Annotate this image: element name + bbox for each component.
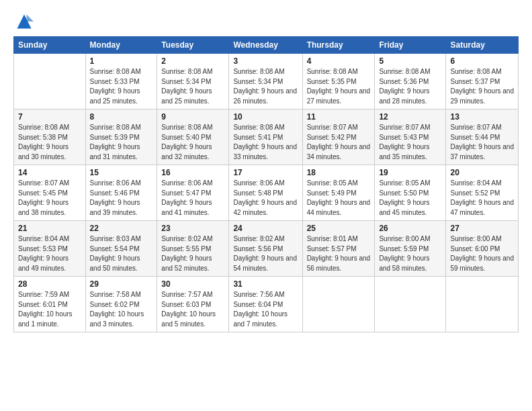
weekday-header-monday: Monday xyxy=(85,37,157,54)
day-info: Sunrise: 8:03 AMSunset: 5:54 PMDaylight:… xyxy=(90,234,153,273)
day-number: 7 xyxy=(18,112,81,122)
day-number: 9 xyxy=(161,112,224,122)
calendar-table: SundayMondayTuesdayWednesdayThursdayFrid… xyxy=(13,36,519,332)
calendar-cell: 7Sunrise: 8:08 AMSunset: 5:38 PMDaylight… xyxy=(14,109,86,165)
calendar-cell: 22Sunrise: 8:03 AMSunset: 5:54 PMDayligh… xyxy=(85,221,157,277)
calendar-cell: 24Sunrise: 8:02 AMSunset: 5:56 PMDayligh… xyxy=(229,221,302,277)
calendar-cell: 30Sunrise: 7:57 AMSunset: 6:03 PMDayligh… xyxy=(157,277,229,332)
day-info: Sunrise: 7:59 AMSunset: 6:01 PMDaylight:… xyxy=(18,290,81,329)
day-info: Sunrise: 8:08 AMSunset: 5:36 PMDaylight:… xyxy=(379,67,441,106)
day-number: 25 xyxy=(307,224,371,233)
calendar-cell: 14Sunrise: 8:07 AMSunset: 5:45 PMDayligh… xyxy=(14,165,86,221)
day-info: Sunrise: 8:08 AMSunset: 5:39 PMDaylight:… xyxy=(90,123,153,162)
day-info: Sunrise: 8:02 AMSunset: 5:56 PMDaylight:… xyxy=(233,234,298,273)
calendar-cell: 25Sunrise: 8:01 AMSunset: 5:57 PMDayligh… xyxy=(302,221,375,277)
day-number: 12 xyxy=(379,112,441,122)
day-number: 1 xyxy=(90,56,153,66)
calendar-cell: 18Sunrise: 8:05 AMSunset: 5:49 PMDayligh… xyxy=(302,165,375,221)
day-number: 22 xyxy=(90,224,153,233)
calendar-cell: 6Sunrise: 8:08 AMSunset: 5:37 PMDaylight… xyxy=(446,54,519,109)
calendar-cell: 9Sunrise: 8:08 AMSunset: 5:40 PMDaylight… xyxy=(157,109,229,165)
day-info: Sunrise: 7:56 AMSunset: 6:04 PMDaylight:… xyxy=(233,290,298,329)
day-info: Sunrise: 8:02 AMSunset: 5:55 PMDaylight:… xyxy=(161,234,224,273)
day-number: 30 xyxy=(161,279,224,289)
calendar-cell: 15Sunrise: 8:06 AMSunset: 5:46 PMDayligh… xyxy=(85,165,157,221)
calendar-cell: 17Sunrise: 8:06 AMSunset: 5:48 PMDayligh… xyxy=(229,165,302,221)
page: SundayMondayTuesdayWednesdayThursdayFrid… xyxy=(0,0,532,339)
calendar-cell: 26Sunrise: 8:00 AMSunset: 5:59 PMDayligh… xyxy=(375,221,446,277)
day-number: 2 xyxy=(161,56,224,66)
calendar-cell: 2Sunrise: 8:08 AMSunset: 5:34 PMDaylight… xyxy=(157,54,229,109)
calendar-cell: 3Sunrise: 8:08 AMSunset: 5:34 PMDaylight… xyxy=(229,54,302,109)
day-number: 28 xyxy=(18,279,81,289)
day-number: 31 xyxy=(233,279,298,289)
day-info: Sunrise: 8:05 AMSunset: 5:49 PMDaylight:… xyxy=(307,179,371,218)
day-number: 14 xyxy=(18,168,81,177)
weekday-header-friday: Friday xyxy=(375,37,446,54)
svg-marker-1 xyxy=(27,15,34,22)
week-row-2: 14Sunrise: 8:07 AMSunset: 5:45 PMDayligh… xyxy=(14,165,519,221)
day-info: Sunrise: 8:04 AMSunset: 5:52 PMDaylight:… xyxy=(450,179,514,218)
calendar-cell: 20Sunrise: 8:04 AMSunset: 5:52 PMDayligh… xyxy=(446,165,519,221)
day-number: 16 xyxy=(161,168,224,177)
day-info: Sunrise: 8:00 AMSunset: 5:59 PMDaylight:… xyxy=(379,234,441,273)
logo-icon xyxy=(15,12,34,31)
day-number: 27 xyxy=(450,224,514,233)
day-info: Sunrise: 8:08 AMSunset: 5:38 PMDaylight:… xyxy=(18,123,81,162)
day-number: 20 xyxy=(450,168,514,177)
weekday-header-sunday: Sunday xyxy=(14,37,86,54)
day-info: Sunrise: 8:07 AMSunset: 5:45 PMDaylight:… xyxy=(18,179,81,218)
day-number: 3 xyxy=(233,56,298,66)
calendar-cell: 16Sunrise: 8:06 AMSunset: 5:47 PMDayligh… xyxy=(157,165,229,221)
calendar-cell: 10Sunrise: 8:08 AMSunset: 5:41 PMDayligh… xyxy=(229,109,302,165)
calendar-cell xyxy=(446,277,519,332)
calendar-cell: 19Sunrise: 8:05 AMSunset: 5:50 PMDayligh… xyxy=(375,165,446,221)
calendar-cell: 28Sunrise: 7:59 AMSunset: 6:01 PMDayligh… xyxy=(14,277,86,332)
day-number: 21 xyxy=(18,224,81,233)
calendar-cell: 11Sunrise: 8:07 AMSunset: 5:42 PMDayligh… xyxy=(302,109,375,165)
day-info: Sunrise: 8:01 AMSunset: 5:57 PMDaylight:… xyxy=(307,234,371,273)
day-info: Sunrise: 7:58 AMSunset: 6:02 PMDaylight:… xyxy=(90,290,153,329)
day-number: 18 xyxy=(307,168,371,177)
logo xyxy=(13,12,34,34)
day-info: Sunrise: 8:08 AMSunset: 5:34 PMDaylight:… xyxy=(161,67,224,106)
day-info: Sunrise: 8:08 AMSunset: 5:40 PMDaylight:… xyxy=(161,123,224,162)
day-number: 24 xyxy=(233,224,298,233)
weekday-header-row: SundayMondayTuesdayWednesdayThursdayFrid… xyxy=(14,37,519,54)
day-number: 29 xyxy=(90,279,153,289)
week-row-4: 28Sunrise: 7:59 AMSunset: 6:01 PMDayligh… xyxy=(14,277,519,332)
day-number: 10 xyxy=(233,112,298,122)
calendar-cell: 13Sunrise: 8:07 AMSunset: 5:44 PMDayligh… xyxy=(446,109,519,165)
day-number: 8 xyxy=(90,112,153,122)
calendar-cell: 1Sunrise: 8:08 AMSunset: 5:33 PMDaylight… xyxy=(85,54,157,109)
calendar-cell: 4Sunrise: 8:08 AMSunset: 5:35 PMDaylight… xyxy=(302,54,375,109)
day-info: Sunrise: 8:07 AMSunset: 5:42 PMDaylight:… xyxy=(307,123,371,162)
day-info: Sunrise: 8:06 AMSunset: 5:47 PMDaylight:… xyxy=(161,179,224,218)
calendar-cell xyxy=(302,277,375,332)
calendar-cell: 21Sunrise: 8:04 AMSunset: 5:53 PMDayligh… xyxy=(14,221,86,277)
day-info: Sunrise: 8:06 AMSunset: 5:48 PMDaylight:… xyxy=(233,179,298,218)
day-number: 19 xyxy=(379,168,441,177)
calendar-cell: 31Sunrise: 7:56 AMSunset: 6:04 PMDayligh… xyxy=(229,277,302,332)
day-number: 6 xyxy=(450,56,514,66)
day-number: 23 xyxy=(161,224,224,233)
day-info: Sunrise: 8:08 AMSunset: 5:35 PMDaylight:… xyxy=(307,67,371,106)
week-row-3: 21Sunrise: 8:04 AMSunset: 5:53 PMDayligh… xyxy=(14,221,519,277)
day-number: 15 xyxy=(90,168,153,177)
weekday-header-thursday: Thursday xyxy=(302,37,375,54)
day-info: Sunrise: 8:04 AMSunset: 5:53 PMDaylight:… xyxy=(18,234,81,273)
week-row-1: 7Sunrise: 8:08 AMSunset: 5:38 PMDaylight… xyxy=(14,109,519,165)
day-info: Sunrise: 8:07 AMSunset: 5:43 PMDaylight:… xyxy=(379,123,441,162)
week-row-0: 1Sunrise: 8:08 AMSunset: 5:33 PMDaylight… xyxy=(14,54,519,109)
calendar-cell: 27Sunrise: 8:00 AMSunset: 6:00 PMDayligh… xyxy=(446,221,519,277)
calendar-cell: 12Sunrise: 8:07 AMSunset: 5:43 PMDayligh… xyxy=(375,109,446,165)
day-info: Sunrise: 8:00 AMSunset: 6:00 PMDaylight:… xyxy=(450,234,514,273)
day-info: Sunrise: 8:07 AMSunset: 5:44 PMDaylight:… xyxy=(450,123,514,162)
day-info: Sunrise: 8:05 AMSunset: 5:50 PMDaylight:… xyxy=(379,179,441,218)
calendar-cell: 5Sunrise: 8:08 AMSunset: 5:36 PMDaylight… xyxy=(375,54,446,109)
weekday-header-tuesday: Tuesday xyxy=(157,37,229,54)
day-info: Sunrise: 8:08 AMSunset: 5:41 PMDaylight:… xyxy=(233,123,298,162)
day-number: 13 xyxy=(450,112,514,122)
header-area xyxy=(13,12,519,34)
day-number: 17 xyxy=(233,168,298,177)
